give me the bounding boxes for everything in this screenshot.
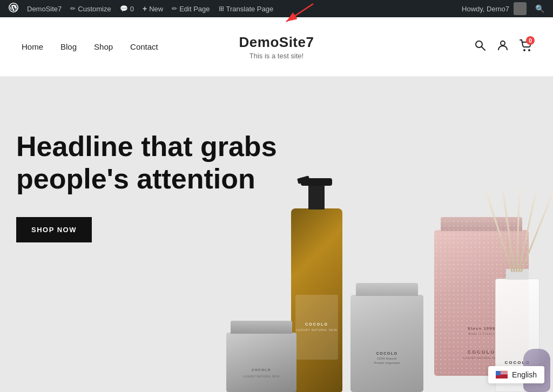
edit-page-label: Edit Page	[179, 5, 210, 13]
avatar	[514, 2, 527, 15]
admin-bar-right: Howdy, Demo7 🔍	[457, 0, 549, 17]
nav-blog[interactable]: Blog	[60, 42, 77, 51]
site-name-label: DemoSite7	[27, 5, 62, 13]
cart-badge: 0	[526, 36, 535, 45]
svg-point-6	[524, 50, 525, 51]
comments-icon: 💬	[120, 5, 128, 12]
site-name-button[interactable]: DemoSite7	[23, 0, 66, 17]
site-header-right: 0	[474, 39, 531, 54]
site-logo-tagline: This is a test site!	[239, 52, 314, 60]
howdy-label: Howdy, Demo7	[462, 5, 509, 13]
hero-headline: Headline that grabs people's attention	[16, 131, 308, 195]
product-diffuser: COCOLO LUXURY NATURAL SKIN	[485, 187, 550, 392]
nav-home[interactable]: Home	[22, 42, 43, 51]
svg-point-5	[501, 41, 505, 45]
site-logo: DemoSite7 This is a test site!	[239, 34, 314, 60]
edit-page-button[interactable]: ✏ Edit Page	[167, 0, 214, 17]
svg-point-7	[529, 50, 530, 51]
translate-icon: ⊞	[219, 5, 224, 12]
site-nav: Home Blog Shop Contact	[22, 42, 158, 51]
search-button[interactable]	[474, 39, 486, 54]
product-medium-jar: COCOLO 100% NaturalProduit organique	[350, 284, 423, 392]
site-logo-name: DemoSite7	[239, 34, 314, 51]
translate-page-button[interactable]: ⊞ Translate Page	[214, 0, 278, 17]
account-button[interactable]	[497, 39, 509, 54]
product-small-jar: COCOLO LUXURY NATURAL SKIN	[226, 322, 296, 392]
new-label: New	[149, 5, 163, 13]
wp-icon	[9, 3, 18, 15]
language-switcher[interactable]: English	[488, 366, 544, 383]
language-label: English	[512, 370, 537, 379]
hero-text: Headline that grabs people's attention S…	[16, 131, 308, 242]
search-icon: 🔍	[535, 4, 544, 13]
new-button[interactable]: + New	[138, 0, 167, 17]
customize-icon: ✏	[70, 5, 76, 12]
comments-count: 0	[130, 5, 134, 13]
hero-section: Headline that grabs people's attention S…	[0, 77, 553, 392]
howdy-button[interactable]: Howdy, Demo7	[457, 0, 531, 17]
customize-button[interactable]: ✏ Customize	[66, 0, 115, 17]
svg-line-4	[482, 47, 485, 51]
wp-logo-button[interactable]	[4, 0, 23, 17]
nav-contact[interactable]: Contact	[130, 42, 158, 51]
comments-button[interactable]: 💬 0	[116, 0, 138, 17]
site-header: Home Blog Shop Contact DemoSite7 This is…	[0, 17, 553, 77]
edit-icon: ✏	[172, 5, 177, 12]
search-admin-button[interactable]: 🔍	[531, 0, 549, 17]
customize-label: Customize	[78, 5, 111, 13]
cart-button[interactable]: 0	[520, 39, 531, 54]
shop-now-button[interactable]: SHOP NOW	[16, 217, 92, 242]
plus-icon: +	[143, 4, 147, 13]
nav-shop[interactable]: Shop	[94, 42, 113, 51]
admin-bar: DemoSite7 ✏ Customize 💬 0 + New ✏ Edit P…	[0, 0, 553, 17]
translate-page-label: Translate Page	[226, 5, 274, 13]
flag-icon	[496, 371, 508, 379]
